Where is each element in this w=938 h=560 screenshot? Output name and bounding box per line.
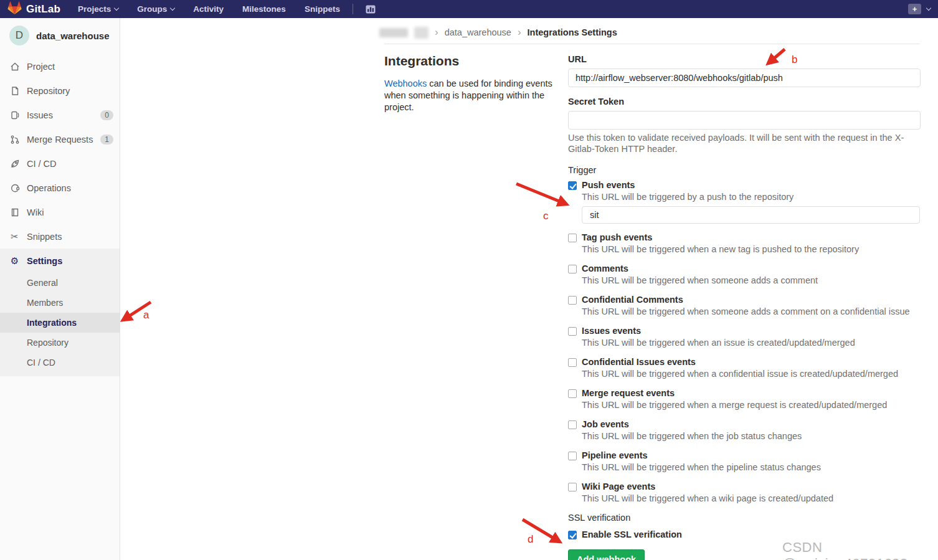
issues-count-badge: 0 <box>100 110 113 120</box>
trigger-item-label[interactable]: Wiki Page events <box>582 482 655 492</box>
trigger-checkbox[interactable] <box>568 181 577 190</box>
operations-icon <box>9 183 20 193</box>
trigger-checkbox[interactable] <box>568 234 577 242</box>
trigger-item-description: This URL will be triggered when the job … <box>582 431 921 442</box>
plus-icon: + <box>912 5 917 13</box>
trigger-checkbox[interactable] <box>568 452 577 460</box>
rocket-icon <box>9 158 20 169</box>
project-sidebar: D data_warehouse Project Repository Issu… <box>0 18 120 560</box>
nav-snippets[interactable]: Snippets <box>305 4 340 14</box>
trigger-item: Confidential Comments This URL will be t… <box>568 295 921 317</box>
navbar-divider <box>353 4 353 14</box>
nav-projects[interactable]: Projects <box>78 4 118 14</box>
trigger-checkbox[interactable] <box>568 420 577 429</box>
trigger-item: Comments This URL will be triggered when… <box>568 263 921 286</box>
trigger-item-description: This URL will be triggered when someone … <box>582 306 921 317</box>
redacted-breadcrumb-avatar <box>414 27 429 39</box>
merge-requests-count-badge: 1 <box>100 135 113 145</box>
sidebar-item-repository[interactable]: Repository <box>0 78 120 103</box>
trigger-checkbox[interactable] <box>568 327 577 336</box>
ssl-checkbox-label[interactable]: Enable SSL verification <box>582 529 682 540</box>
trigger-item: Pipeline events This URL will be trigger… <box>568 450 921 473</box>
trigger-item-description: This URL will be triggered when a confid… <box>582 369 921 379</box>
chevron-down-icon <box>114 6 119 11</box>
nav-activity[interactable]: Activity <box>193 4 224 14</box>
sidebar-item-merge-requests[interactable]: Merge Requests 1 <box>0 127 120 151</box>
trigger-item: Push events This URL will be triggered b… <box>568 180 921 224</box>
gitlab-home-link[interactable]: GitLab <box>7 1 60 17</box>
trigger-item-label[interactable]: Comments <box>582 263 628 274</box>
trigger-item: Merge request events This URL will be tr… <box>568 388 921 411</box>
trigger-item-label[interactable]: Confidential Comments <box>582 295 683 305</box>
page-title: Integrations <box>384 54 561 69</box>
gitlab-brand-text: GitLab <box>26 3 60 16</box>
push-events-branch-filter-input[interactable] <box>582 206 920 224</box>
trigger-item-label[interactable]: Job events <box>582 419 629 430</box>
trigger-item-label[interactable]: Issues events <box>582 326 641 336</box>
trigger-item-label[interactable]: Pipeline events <box>582 450 648 461</box>
project-avatar: D <box>9 26 29 45</box>
trigger-item-description: This URL will be triggered when a merge … <box>582 400 921 411</box>
trigger-item-description: This URL will be triggered when an issue… <box>582 338 921 348</box>
new-menu-button[interactable]: + <box>908 4 921 14</box>
trigger-item: Job events This URL will be triggered wh… <box>568 419 921 442</box>
sidebar-item-snippets[interactable]: ✂ Snippets <box>0 224 120 249</box>
breadcrumb-separator-icon: › <box>435 27 438 39</box>
ssl-checkbox[interactable] <box>568 531 577 539</box>
secret-token-help: Use this token to validate received payl… <box>568 133 914 155</box>
gear-icon: ⚙ <box>9 255 20 266</box>
chevron-down-icon[interactable] <box>926 6 931 11</box>
sidebar-item-operations[interactable]: Operations <box>0 176 120 200</box>
trigger-checkbox[interactable] <box>568 389 577 398</box>
main-content: › data_warehouse › Integrations Settings… <box>121 18 938 560</box>
settings-subitem-integrations[interactable]: Integrations <box>0 313 120 333</box>
sidebar-item-project[interactable]: Project <box>0 54 120 78</box>
document-icon <box>9 85 20 96</box>
breadcrumb-project-link[interactable]: data_warehouse <box>445 27 511 37</box>
trigger-checkbox[interactable] <box>568 265 577 273</box>
trigger-label: Trigger <box>568 165 921 175</box>
sidebar-item-ci-cd[interactable]: CI / CD <box>0 151 120 176</box>
settings-subitem-ci-cd[interactable]: CI / CD <box>0 353 120 373</box>
sidebar-item-issues[interactable]: Issues 0 <box>0 103 120 127</box>
top-navbar: GitLab Projects Groups Activity Mileston… <box>0 0 938 18</box>
add-webhook-button[interactable]: Add webhook <box>568 549 645 560</box>
secret-token-label: Secret Token <box>568 97 921 107</box>
trigger-item-label[interactable]: Confidential Issues events <box>582 357 696 368</box>
trigger-checkbox[interactable] <box>568 358 577 367</box>
project-name: data_warehouse <box>36 31 110 41</box>
sidebar-item-wiki[interactable]: Wiki <box>0 200 120 224</box>
redacted-breadcrumb-group <box>379 28 408 37</box>
nav-milestones[interactable]: Milestones <box>242 4 286 14</box>
webhook-form: URL Secret Token Use this token to valid… <box>568 54 921 560</box>
settings-subitem-members[interactable]: Members <box>0 293 120 313</box>
url-label: URL <box>568 54 921 64</box>
sidebar-project-header[interactable]: D data_warehouse <box>0 18 120 54</box>
trigger-item: Tag push events This URL will be trigger… <box>568 232 921 255</box>
url-input[interactable] <box>568 69 921 87</box>
trigger-item-label[interactable]: Push events <box>582 180 635 191</box>
webhooks-link[interactable]: Webhooks <box>384 78 427 88</box>
trigger-item-label[interactable]: Tag push events <box>582 232 652 243</box>
breadcrumb-divider <box>384 44 920 44</box>
breadcrumb-current-page: Integrations Settings <box>528 27 617 37</box>
issues-icon <box>9 110 20 120</box>
gitlab-tanuki-icon <box>7 1 22 17</box>
secret-token-input[interactable] <box>568 111 921 130</box>
home-icon <box>9 61 20 72</box>
trigger-item-label[interactable]: Merge request events <box>582 388 675 399</box>
trigger-item-description: This URL will be triggered when a wiki p… <box>582 493 921 504</box>
scissors-icon: ✂ <box>9 231 20 242</box>
settings-subitem-general[interactable]: General <box>0 273 120 293</box>
trigger-checkbox[interactable] <box>568 483 577 491</box>
sidebar-item-settings[interactable]: ⚙ Settings <box>0 249 120 273</box>
breadcrumb: › data_warehouse › Integrations Settings <box>379 25 617 40</box>
chevron-down-icon <box>170 6 175 11</box>
trigger-checkbox[interactable] <box>568 296 577 305</box>
charts-icon[interactable] <box>366 5 376 14</box>
settings-subitem-repository[interactable]: Repository <box>0 333 120 353</box>
trigger-item: Issues events This URL will be triggered… <box>568 326 921 348</box>
settings-section: ⚙ Settings General Members Integrations … <box>0 249 120 376</box>
nav-groups[interactable]: Groups <box>137 4 174 14</box>
trigger-item-description: This URL will be triggered by a push to … <box>582 192 921 202</box>
